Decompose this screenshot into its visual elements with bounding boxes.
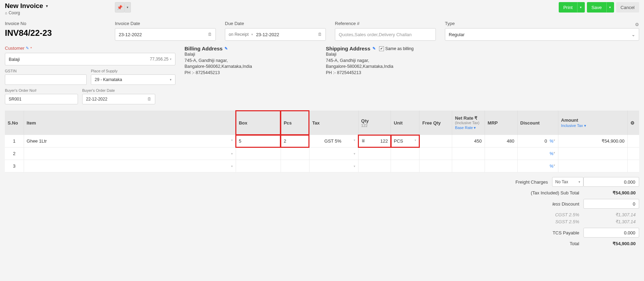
col-qty: Qty 122	[358, 111, 391, 135]
cell-box[interactable]	[236, 147, 281, 160]
cell-freeqty[interactable]	[419, 135, 452, 147]
customer-label: Customer ✎ *	[5, 46, 175, 51]
totals-section: Freight Charges No Tax ▾ 0.000 (Tax Incl…	[5, 175, 639, 248]
col-mrp: MRP	[485, 111, 517, 135]
buyer-order-no-input[interactable]: SR001	[5, 94, 78, 104]
shipping-address-title: Shipping Address ✎	[326, 46, 376, 51]
customer-input[interactable]: Balaji 77,356.25 ▾	[5, 53, 175, 65]
cell-unit[interactable]	[391, 160, 419, 172]
cell-tax[interactable]: GST 5% ▾	[309, 135, 358, 147]
cell-qty[interactable]	[358, 147, 391, 160]
location-text: Coorg	[9, 10, 20, 15]
freight-label: Freight Charges	[482, 179, 552, 185]
due-date-input[interactable]: on Receipt ▾ 23-12-2022 🗓	[225, 28, 326, 41]
table-row: 2 ▾ ▾ % ▾	[5, 147, 639, 160]
buyer-order-date-input[interactable]: 22-12-2022 🗓	[82, 94, 155, 104]
cell-unit[interactable]	[391, 147, 419, 160]
cell-box[interactable]	[236, 160, 281, 172]
cell-box[interactable]: 5	[236, 135, 281, 147]
pencil-icon[interactable]: ✎	[26, 46, 29, 50]
col-unit: Unit	[391, 111, 419, 135]
billing-address-title: Billing Address ✎	[184, 46, 317, 51]
gstin-input[interactable]	[5, 74, 87, 85]
shipping-line1: 745-A, Gandhiji nagar,	[326, 58, 465, 64]
cell-pcs[interactable]	[281, 147, 309, 160]
discount-value-input[interactable]: 0	[583, 199, 639, 209]
shipping-name: Balaji	[326, 51, 465, 58]
type-select[interactable]: Regular ⌄	[445, 28, 639, 41]
billing-line1: 745-A, Gandhiji nagar,	[184, 58, 317, 64]
chevron-down-icon: ▾	[170, 78, 172, 81]
total-value: ₹54,900.00	[583, 241, 639, 246]
calendar-icon: 🗓	[318, 32, 322, 37]
cell-sno: 2	[5, 147, 24, 160]
page-title: New Invoice	[5, 2, 43, 10]
type-gear-icon[interactable]: ⚙	[635, 22, 639, 27]
cell-discount[interactable]: 0 % ▾	[517, 135, 558, 147]
cell-mrp[interactable]: 480	[485, 135, 517, 147]
cell-netrate[interactable]	[452, 160, 485, 172]
cell-discount[interactable]: % ▾	[517, 147, 558, 160]
edit-shipping-icon[interactable]: ✎	[372, 46, 376, 51]
chevron-down-icon: ▾	[170, 57, 172, 61]
cancel-button[interactable]: Cancel	[616, 2, 639, 13]
chevron-down-icon: ▾	[354, 152, 355, 155]
cell-tax[interactable]: ▾	[309, 147, 358, 160]
pin-dropdown-button[interactable]: ▾	[125, 2, 131, 13]
customer-value: Balaji	[9, 57, 20, 62]
same-as-billing-checkbox[interactable]: ✔	[379, 46, 384, 51]
base-rate-link[interactable]: Base Rate ▾	[455, 126, 476, 130]
cell-discount[interactable]: % ▾	[517, 160, 558, 172]
cell-mrp[interactable]	[485, 147, 517, 160]
cell-qty[interactable]	[358, 160, 391, 172]
cell-freeqty[interactable]	[419, 147, 452, 160]
billing-name: Balaji	[184, 51, 317, 58]
subtotal-value: ₹54,900.00	[583, 190, 639, 195]
pos-label: Place of Supply	[91, 69, 175, 73]
cell-item[interactable]: ▾	[24, 147, 236, 160]
cell-unit[interactable]: PCS ▾	[391, 135, 419, 147]
cell-item[interactable]: ▾	[24, 160, 236, 172]
chevron-down-icon: ▾	[415, 138, 416, 142]
invoice-date-input[interactable]: 23-12-2022 🗓	[115, 28, 216, 41]
col-gear[interactable]: ⚙	[627, 111, 639, 135]
customer-balance: 77,356.25	[150, 57, 168, 62]
chevron-down-icon: ⌄	[631, 32, 635, 37]
cell-tax[interactable]: ▾	[309, 160, 358, 172]
cell-freeqty[interactable]	[419, 160, 452, 172]
pin-button[interactable]: 📌	[115, 2, 125, 13]
chevron-down-icon: ▾	[231, 164, 233, 168]
chevron-down-icon: ▾	[579, 180, 580, 184]
title-dropdown-icon[interactable]: ▼	[45, 4, 49, 8]
tcs-value-input[interactable]: 0.000	[583, 228, 639, 238]
cell-sno: 1	[5, 135, 24, 147]
save-button[interactable]: Save	[587, 2, 606, 13]
table-row: 3 ▾ ▾ % ▾	[5, 160, 639, 172]
reference-input[interactable]: Quotes,Sales order,Delivery Challan	[335, 28, 436, 41]
cell-mrp[interactable]	[485, 160, 517, 172]
cell-sno: 3	[5, 160, 24, 172]
cell-amount	[558, 147, 627, 160]
cell-item[interactable]: Ghee 1Ltr ▾	[24, 135, 236, 147]
print-dropdown-button[interactable]: ▾	[577, 2, 585, 13]
cell-amount	[558, 160, 627, 172]
cell-netrate[interactable]	[452, 147, 485, 160]
print-button[interactable]: Print	[559, 2, 577, 13]
freight-tax-select[interactable]: No Tax ▾	[552, 177, 583, 187]
shipping-phone: PH :- 8725445213	[326, 70, 465, 76]
save-dropdown-button[interactable]: ▾	[606, 2, 614, 13]
col-amount: Amount Inclusive Tax ▾	[558, 111, 627, 135]
pos-select[interactable]: 29 - Karnataka ▾	[91, 74, 175, 85]
items-table: S.No Item Box Pcs Tax Qty 122 Unit Free …	[5, 111, 639, 172]
due-date-label: Due Date	[225, 21, 326, 26]
edit-billing-icon[interactable]: ✎	[225, 46, 228, 51]
amount-mode-link[interactable]: Inclusive Tax ▾	[561, 123, 586, 128]
cell-pcs[interactable]	[281, 160, 309, 172]
cell-actions	[627, 147, 639, 160]
same-as-billing-label: Same as billing	[385, 46, 414, 51]
cell-netrate[interactable]: 450	[452, 135, 485, 147]
location-breadcrumb[interactable]: ⌂ Coorg	[5, 10, 49, 15]
freight-value-input[interactable]: 0.000	[583, 177, 639, 187]
cell-qty[interactable]: 🖩 122	[358, 135, 391, 147]
cell-pcs[interactable]: 2	[281, 135, 309, 147]
